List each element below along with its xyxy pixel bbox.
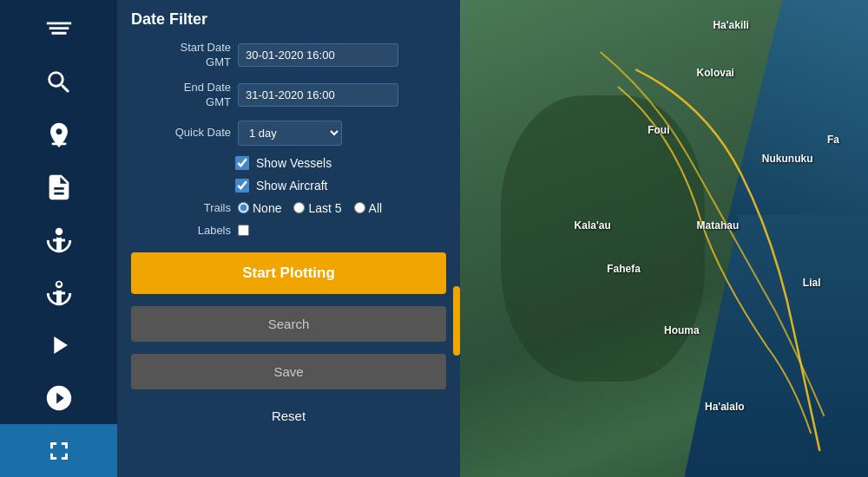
- start-date-label: Start DateGMT: [131, 41, 231, 70]
- labels-row: Labels: [131, 224, 446, 237]
- panel-title: Date Filter: [131, 10, 446, 29]
- map-trails-svg: [460, 0, 868, 477]
- end-date-label: End DateGMT: [131, 81, 231, 110]
- trails-none-label: None: [253, 201, 281, 215]
- sidebar: [0, 0, 117, 477]
- show-aircraft-checkbox[interactable]: [235, 179, 249, 193]
- labels-label-text: Labels: [131, 224, 231, 237]
- trails-radio-last5[interactable]: [293, 202, 305, 213]
- quick-date-label: Quick Date: [131, 126, 231, 140]
- filter-panel: Date Filter Start DateGMT End DateGMT Qu…: [117, 0, 460, 477]
- trails-row: Trails None Last 5 All: [131, 201, 446, 215]
- trails-option-last5[interactable]: Last 5: [293, 201, 341, 215]
- svg-rect-0: [51, 142, 66, 145]
- sidebar-item-playback[interactable]: [0, 372, 117, 425]
- sidebar-item-streams[interactable]: [0, 3, 117, 56]
- trails-label: Trails: [131, 201, 231, 214]
- sidebar-item-expand[interactable]: [0, 424, 117, 477]
- save-button[interactable]: Save: [131, 354, 446, 389]
- trails-all-label: All: [369, 201, 383, 215]
- quick-date-row: Quick Date 1 day 2 days 3 days 1 week: [131, 121, 446, 146]
- search-button[interactable]: Search: [131, 306, 446, 342]
- sidebar-item-anchor2[interactable]: [0, 266, 117, 319]
- show-aircraft-row: Show Aircraft: [235, 179, 446, 193]
- scroll-indicator: [453, 286, 460, 356]
- trails-last5-label: Last 5: [308, 201, 341, 215]
- trails-option-none[interactable]: None: [238, 201, 281, 215]
- map-area: Ha'akili Kolovai Foui Nukunuku Kala'au M…: [460, 0, 868, 477]
- sidebar-item-anchor1[interactable]: [0, 214, 117, 267]
- trails-option-all[interactable]: All: [354, 201, 383, 215]
- start-date-input[interactable]: [238, 43, 398, 67]
- show-vessels-row: Show Vessels: [235, 156, 446, 170]
- trails-radio-none[interactable]: [238, 202, 249, 213]
- trails-radio-all[interactable]: [354, 202, 365, 213]
- end-date-row: End DateGMT: [131, 81, 446, 110]
- show-vessels-checkbox[interactable]: [235, 156, 249, 170]
- end-date-input[interactable]: [238, 83, 398, 107]
- trails-radio-group: None Last 5 All: [238, 201, 382, 215]
- show-vessels-label: Show Vessels: [256, 156, 332, 170]
- quick-date-select[interactable]: 1 day 2 days 3 days 1 week: [238, 121, 342, 146]
- reset-button[interactable]: Reset: [131, 400, 446, 432]
- svg-point-1: [56, 282, 60, 285]
- sidebar-item-location[interactable]: [0, 108, 117, 161]
- sidebar-item-play[interactable]: [0, 319, 117, 372]
- sidebar-item-document[interactable]: [0, 161, 117, 214]
- sidebar-item-search[interactable]: [0, 56, 117, 109]
- start-plotting-button[interactable]: Start Plotting: [131, 252, 446, 294]
- labels-checkbox[interactable]: [238, 225, 249, 236]
- show-aircraft-label: Show Aircraft: [256, 179, 327, 193]
- start-date-row: Start DateGMT: [131, 41, 446, 70]
